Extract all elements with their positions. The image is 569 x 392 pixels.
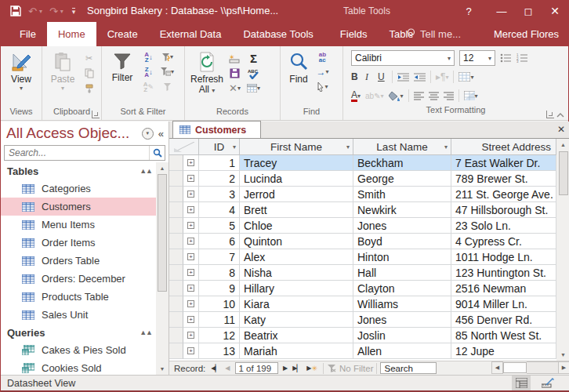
cell-last-name[interactable]: Joslin: [353, 328, 451, 343]
save-icon[interactable]: [10, 5, 21, 16]
nav-scrollbar[interactable]: ▲ ▼: [156, 162, 169, 375]
new-record-icon[interactable]: ✶: [228, 53, 241, 64]
expand-record-icon[interactable]: +: [183, 218, 199, 234]
nav-item-menu-items[interactable]: Menu Items: [1, 216, 157, 234]
record-selector[interactable]: [169, 265, 183, 281]
cell-street-address[interactable]: 211 St. George Ave.: [451, 187, 556, 202]
cell-street-address[interactable]: 47 Hillsborough St.: [451, 202, 556, 218]
align-left-icon[interactable]: [414, 92, 424, 100]
sheet-scroll-thumb[interactable]: [559, 151, 568, 195]
redo-icon[interactable]: ↷: [49, 5, 58, 17]
record-selector[interactable]: [169, 155, 183, 171]
scroll-right-icon[interactable]: ▶: [558, 361, 569, 374]
record-selector[interactable]: [169, 171, 183, 187]
paste-button[interactable]: Paste ▾: [45, 49, 81, 92]
cell-last-name[interactable]: Boyd: [353, 234, 451, 249]
expand-record-icon[interactable]: +: [183, 187, 199, 202]
nav-group-header-queries[interactable]: Queries▲▲: [1, 324, 157, 341]
column-header-id[interactable]: ID▾: [199, 139, 240, 155]
last-record-icon[interactable]: ▶▏: [292, 365, 302, 372]
save-record-icon[interactable]: [228, 67, 241, 79]
highlight-color-icon[interactable]: ab✎▾: [365, 92, 384, 100]
record-selector[interactable]: [169, 328, 183, 343]
refresh-all-button[interactable]: RefreshAll ▾: [187, 49, 227, 96]
filter-status[interactable]: No Filter: [327, 364, 373, 373]
totals-icon[interactable]: Σ: [247, 53, 260, 64]
nav-item-cakes-pies-sold[interactable]: Cakes & Pies Sold: [1, 341, 157, 359]
customers-table-tab[interactable]: Customers: [172, 121, 261, 138]
collapse-ribbon-icon[interactable]: [556, 111, 564, 118]
expand-record-icon[interactable]: +: [183, 234, 199, 249]
cell-street-address[interactable]: 1011 Hodge Ln.: [451, 249, 556, 265]
advanced-filter-icon[interactable]: ▾: [161, 66, 174, 78]
record-position[interactable]: 1 of 199: [235, 362, 279, 374]
record-selector[interactable]: [169, 312, 183, 328]
remove-sort-icon[interactable]: AZ✎: [142, 81, 155, 93]
nav-item-cookies-sold[interactable]: Cookies Sold: [1, 359, 157, 375]
font-color-button[interactable]: A▾: [351, 90, 361, 102]
bold-button[interactable]: B: [351, 71, 361, 82]
nav-scroll-thumb[interactable]: [158, 174, 167, 292]
close-button[interactable]: ✕: [542, 0, 568, 22]
cell-street-address[interactable]: 85 North West St.: [451, 328, 556, 343]
expand-record-icon[interactable]: +: [183, 155, 199, 171]
cell-street-address[interactable]: 4 Cypress Cr.: [451, 234, 556, 249]
alternate-row-color-icon[interactable]: ▾: [464, 91, 478, 100]
font-name-select[interactable]: Calibri▾: [351, 50, 455, 66]
sort-descending-icon[interactable]: ZA↓: [142, 66, 155, 78]
cell-id[interactable]: 13: [199, 343, 240, 359]
decrease-indent-icon[interactable]: [397, 73, 409, 82]
nav-scroll-down-icon[interactable]: ▼: [156, 363, 169, 375]
cell-street-address[interactable]: 23 Solo Ln.: [451, 218, 556, 234]
sheet-scroll-up-icon[interactable]: ▲: [557, 139, 569, 151]
close-document-icon[interactable]: ✕: [557, 124, 565, 135]
text-formatting-dialog-launcher-icon[interactable]: [546, 111, 554, 118]
find-button[interactable]: Find: [283, 49, 314, 85]
cell-last-name[interactable]: Allen: [353, 343, 451, 359]
sort-ascending-icon[interactable]: AZ↓: [142, 51, 155, 63]
cell-street-address[interactable]: 12 Jupe: [451, 343, 556, 359]
record-selector[interactable]: [169, 249, 183, 265]
nav-item-products-table[interactable]: Products Table: [1, 288, 157, 306]
expand-record-icon[interactable]: +: [183, 249, 199, 265]
expand-record-icon[interactable]: +: [183, 328, 199, 343]
cell-first-name[interactable]: Alex: [240, 249, 353, 265]
record-selector[interactable]: [169, 281, 183, 296]
view-button[interactable]: View ▾: [3, 49, 39, 92]
goto-icon[interactable]: →▾: [316, 66, 329, 78]
expand-record-icon[interactable]: +: [183, 265, 199, 281]
underline-button[interactable]: U: [378, 71, 387, 82]
shutter-bar-close-icon[interactable]: «: [158, 128, 164, 140]
collapse-group-icon[interactable]: ▲▲: [140, 167, 152, 175]
maximize-button[interactable]: ◻: [515, 0, 542, 22]
tab-external-data[interactable]: External Data: [149, 22, 233, 46]
undo-icon[interactable]: ↶: [28, 5, 37, 17]
sheet-scroll-down-icon[interactable]: ▼: [557, 349, 569, 361]
cell-first-name[interactable]: Lucinda: [240, 171, 353, 187]
gridlines-icon[interactable]: ▾: [458, 72, 473, 82]
tab-database-tools[interactable]: Database Tools: [232, 22, 324, 46]
cell-last-name[interactable]: Newkirk: [353, 202, 451, 218]
italic-button[interactable]: I: [365, 71, 373, 83]
cell-id[interactable]: 5: [199, 218, 240, 234]
replace-icon[interactable]: abac: [316, 51, 329, 63]
cell-first-name[interactable]: Chloe: [240, 218, 353, 234]
first-record-icon[interactable]: ◀▏: [211, 365, 220, 372]
cell-street-address[interactable]: 2516 Newman: [451, 281, 556, 296]
user-name[interactable]: Merced Flores: [494, 22, 559, 46]
record-search-input[interactable]: [380, 362, 437, 374]
nav-item-orders-december[interactable]: Orders: December: [1, 270, 157, 288]
cell-id[interactable]: 1: [199, 155, 240, 171]
datasheet-view-button[interactable]: [512, 376, 531, 390]
cell-last-name[interactable]: Hall: [353, 265, 451, 281]
increase-indent-icon[interactable]: [414, 73, 426, 82]
filter-button[interactable]: Filter: [104, 49, 140, 83]
cell-last-name[interactable]: Smith: [353, 187, 451, 202]
nav-item-sales-unit[interactable]: Sales Unit: [1, 306, 157, 324]
cell-first-name[interactable]: Kiara: [240, 296, 353, 312]
cell-id[interactable]: 8: [199, 265, 240, 281]
font-size-select[interactable]: 12▾: [459, 50, 495, 66]
cell-id[interactable]: 2: [199, 171, 240, 187]
cell-first-name[interactable]: Quinton: [240, 234, 353, 249]
cell-street-address[interactable]: 9014 Miller Ln.: [451, 296, 556, 312]
